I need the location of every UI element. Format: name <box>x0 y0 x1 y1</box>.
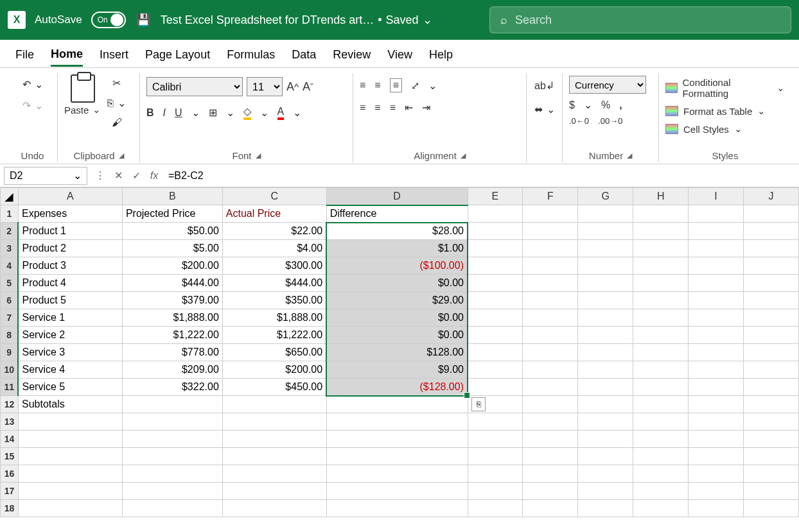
cell-F4[interactable] <box>523 257 578 275</box>
cell-F15[interactable] <box>523 448 578 465</box>
cell-J18[interactable] <box>744 500 799 517</box>
cell-C4[interactable]: $300.00 <box>222 257 326 275</box>
row-header-10[interactable]: 10 <box>1 361 19 379</box>
cell-A7[interactable]: Service 1 <box>18 309 122 327</box>
cell-D1[interactable]: Difference <box>326 205 468 223</box>
cell-I13[interactable] <box>689 413 744 431</box>
cell-J14[interactable] <box>744 431 799 448</box>
search-input[interactable] <box>515 13 780 27</box>
cell-A6[interactable]: Product 5 <box>18 292 122 309</box>
number-launcher-icon[interactable]: ◢ <box>627 151 632 160</box>
cell-J9[interactable] <box>744 344 799 361</box>
cell-I17[interactable] <box>689 483 744 500</box>
tab-view[interactable]: View <box>387 48 412 65</box>
cell-D18[interactable] <box>326 500 468 517</box>
cell-B5[interactable]: $444.00 <box>122 275 222 292</box>
cell-E3[interactable] <box>468 240 523 257</box>
cell-G1[interactable] <box>578 205 633 223</box>
cell-G12[interactable] <box>578 396 633 413</box>
italic-button[interactable]: I <box>163 107 166 119</box>
cell-I1[interactable] <box>689 205 744 223</box>
cell-A16[interactable] <box>18 465 122 483</box>
cell-J10[interactable] <box>744 361 799 379</box>
cell-J6[interactable] <box>744 292 799 309</box>
cell-H14[interactable] <box>633 431 689 448</box>
cell-C6[interactable]: $350.00 <box>222 292 326 309</box>
cell-G17[interactable] <box>578 483 633 500</box>
font-launcher-icon[interactable]: ◢ <box>256 151 261 160</box>
cell-H1[interactable] <box>633 205 689 223</box>
chevron-down-icon[interactable]: ⌄ <box>260 107 268 119</box>
chevron-down-icon[interactable]: ⌄ <box>118 97 126 109</box>
cell-J1[interactable] <box>744 205 799 223</box>
cell-A13[interactable] <box>18 413 122 431</box>
save-icon[interactable]: 💾 <box>135 12 152 28</box>
column-header-A[interactable]: A <box>18 188 122 205</box>
cell-D15[interactable] <box>326 448 468 465</box>
cell-G18[interactable] <box>578 500 633 517</box>
cell-H6[interactable] <box>633 292 689 309</box>
font-color-button[interactable]: A <box>277 106 285 120</box>
tab-data[interactable]: Data <box>292 48 316 65</box>
row-header-4[interactable]: 4 <box>1 257 19 275</box>
chevron-down-icon[interactable]: ⌄ <box>92 104 101 116</box>
cell-F1[interactable] <box>523 205 578 223</box>
cell-B16[interactable] <box>122 465 222 483</box>
cell-C17[interactable] <box>222 483 326 500</box>
cell-D11[interactable]: ($128.00) <box>326 379 468 396</box>
cell-H11[interactable] <box>633 379 689 396</box>
cell-I16[interactable] <box>689 465 744 483</box>
cell-F17[interactable] <box>523 483 578 500</box>
cell-I8[interactable] <box>689 327 744 344</box>
cell-D2[interactable]: $28.00 <box>326 223 468 240</box>
cell-J17[interactable] <box>744 483 799 500</box>
chevron-down-icon[interactable]: ⌄ <box>191 107 200 119</box>
comma-style-icon[interactable]: , <box>619 99 622 111</box>
cell-A15[interactable] <box>18 448 122 465</box>
row-header-8[interactable]: 8 <box>1 327 19 344</box>
cell-F2[interactable] <box>523 223 578 240</box>
cell-C5[interactable]: $444.00 <box>222 275 326 292</box>
cell-A8[interactable]: Service 2 <box>18 327 122 344</box>
row-header-6[interactable]: 6 <box>1 292 19 309</box>
cell-C2[interactable]: $22.00 <box>222 223 326 240</box>
cell-A5[interactable]: Product 4 <box>18 275 122 292</box>
cell-J12[interactable] <box>744 396 799 413</box>
cell-J4[interactable] <box>744 257 799 275</box>
cell-I12[interactable] <box>689 396 744 413</box>
row-header-17[interactable]: 17 <box>1 483 19 500</box>
cell-C14[interactable] <box>222 431 326 448</box>
chevron-down-icon[interactable]: ⌄ <box>293 107 301 119</box>
cell-D3[interactable]: $1.00 <box>326 240 468 257</box>
cell-C1[interactable]: Actual Price <box>222 205 326 223</box>
row-header-7[interactable]: 7 <box>1 309 19 327</box>
cell-J13[interactable] <box>744 413 799 431</box>
cell-D7[interactable]: $0.00 <box>326 309 468 327</box>
cell-C8[interactable]: $1,222.00 <box>222 327 326 344</box>
cell-D5[interactable]: $0.00 <box>326 275 468 292</box>
cell-D17[interactable] <box>326 483 468 500</box>
cancel-icon[interactable]: ✕ <box>109 169 127 182</box>
cell-I3[interactable] <box>689 240 744 257</box>
chevron-down-icon[interactable]: ⌄ <box>73 169 82 182</box>
chevron-down-icon[interactable]: ⌄ <box>547 103 555 116</box>
underline-button[interactable]: U <box>175 107 182 119</box>
cell-F11[interactable] <box>523 379 578 396</box>
autosave-toggle[interactable]: On <box>91 12 126 28</box>
redo-dropdown-icon[interactable]: ⌄ <box>35 99 43 112</box>
increase-font-icon[interactable]: A^ <box>286 80 299 94</box>
row-header-11[interactable]: 11 <box>1 379 19 396</box>
cell-E13[interactable] <box>468 413 523 431</box>
cell-C18[interactable] <box>222 500 326 517</box>
cell-H5[interactable] <box>633 275 689 292</box>
cell-B6[interactable]: $379.00 <box>122 292 222 309</box>
increase-decimal-icon[interactable]: .0←0 <box>569 116 589 126</box>
cell-E16[interactable] <box>468 465 523 483</box>
cell-B10[interactable]: $209.00 <box>122 361 222 379</box>
cell-B1[interactable]: Projected Price <box>122 205 222 223</box>
cell-A17[interactable] <box>18 483 122 500</box>
spreadsheet-grid[interactable]: ◢ ABCDEFGHIJ 1ExpensesProjected PriceAct… <box>0 187 799 517</box>
cell-H13[interactable] <box>633 413 689 431</box>
column-header-F[interactable]: F <box>523 188 578 205</box>
undo-dropdown-icon[interactable]: ⌄ <box>35 78 43 90</box>
